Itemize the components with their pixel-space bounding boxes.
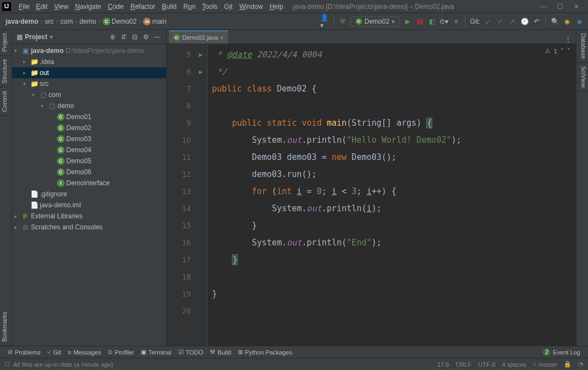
line-gutter[interactable]: 567891011121314151617181920	[167, 44, 194, 346]
tab-python[interactable]: ⊞ Python Packages	[235, 348, 296, 356]
tab-git[interactable]: ⑂ Git	[44, 349, 64, 356]
tab-terminal[interactable]: ▣ Terminal	[137, 348, 175, 356]
method-icon: m	[143, 18, 151, 25]
menu-git[interactable]: Git	[221, 3, 236, 10]
tab-project[interactable]: Project	[0, 30, 12, 56]
menu-code[interactable]: Code	[104, 3, 127, 10]
tab-profiler[interactable]: ⊙ Profiler	[104, 348, 137, 356]
add-config-icon[interactable]: 👤▾	[320, 17, 329, 26]
run-gutter[interactable]: ▶▶	[194, 44, 208, 346]
editor-more-icon[interactable]: ⋮	[564, 35, 573, 44]
search-icon[interactable]: 🔍	[550, 17, 559, 26]
hide-panel-icon[interactable]: —	[154, 33, 162, 41]
breadcrumb[interactable]: java-demo› src› com› demo› CDemo02› mmai…	[4, 18, 320, 25]
settings-icon[interactable]: ⚙	[143, 33, 151, 41]
menu-view[interactable]: View	[51, 3, 72, 10]
git-update-icon[interactable]: ↙	[484, 17, 492, 26]
tab-database[interactable]: Database	[576, 30, 588, 63]
editor-tab[interactable]: C Demo02.java ×	[169, 30, 228, 44]
close-tab-icon[interactable]: ×	[220, 34, 224, 41]
menu-help[interactable]: Help	[266, 3, 287, 10]
memory-indicator[interactable]: ◔	[578, 361, 584, 368]
run-button[interactable]: ▶	[403, 17, 412, 26]
menu-edit[interactable]: Edit	[33, 3, 51, 10]
menu-refactor[interactable]: Refactor	[127, 3, 158, 10]
menu-file[interactable]: File	[15, 3, 33, 10]
coverage-button[interactable]: ◧	[427, 17, 436, 26]
menu-run[interactable]: Run	[180, 3, 199, 10]
ide-settings-icon[interactable]: ◉	[563, 17, 571, 26]
class-icon: C	[173, 34, 180, 41]
class-icon: C	[103, 18, 110, 25]
minimize-button[interactable]: —	[541, 3, 548, 10]
caret-position[interactable]: 17:6	[437, 361, 449, 368]
tab-problems[interactable]: ⊘ Problems	[4, 348, 44, 356]
menu-build[interactable]: Build	[158, 3, 180, 10]
hammer-icon[interactable]: ⚒	[338, 17, 347, 26]
menu-navigate[interactable]: Navigate	[72, 3, 104, 10]
indent[interactable]: 4 spaces	[502, 361, 526, 368]
tab-structure[interactable]: Structure	[0, 56, 12, 88]
next-problem-icon[interactable]: ˅	[567, 47, 570, 55]
tab-bookmarks[interactable]: Bookmarks	[0, 308, 12, 346]
line-ending[interactable]: CRLF	[455, 361, 472, 368]
maximize-button[interactable]: ☐	[557, 3, 565, 10]
git-rollback-icon[interactable]: ↶	[532, 17, 541, 26]
git-branch[interactable]: ⑂ master	[533, 361, 557, 368]
code-editor[interactable]: * @date 2022/4/4 0004 */ public class De…	[208, 44, 576, 346]
run-config-selector[interactable]: C Demo02 ▾	[351, 17, 400, 26]
warning-icon[interactable]: ⚠	[545, 47, 550, 55]
project-panel-title[interactable]: ▦Project▾	[17, 33, 110, 41]
tab-commit[interactable]: Commit	[0, 88, 12, 116]
lock-icon[interactable]: 🔒	[564, 361, 571, 368]
project-tree[interactable]: ▾▣java-demoD:\IdeaProjects\java-demo ▸📁.…	[12, 44, 166, 346]
warning-count: 1	[554, 48, 557, 55]
menu-window[interactable]: Window	[236, 3, 266, 10]
close-button[interactable]: ✕	[574, 3, 581, 10]
app-icon: IJ	[2, 2, 11, 11]
git-commit-icon[interactable]: ✓	[496, 17, 505, 26]
expand-all-icon[interactable]: ⇵	[121, 33, 129, 41]
encoding[interactable]: UTF-8	[478, 361, 495, 368]
plugin-icon[interactable]: ◆	[575, 17, 584, 26]
debug-button[interactable]: 🐞	[415, 17, 424, 26]
tab-messages[interactable]: ≡ Messages	[65, 349, 105, 356]
run-main-icon[interactable]: ▶	[194, 63, 207, 81]
git-push-icon[interactable]: ↗	[508, 17, 517, 26]
tab-sciview[interactable]: SciView	[576, 63, 588, 92]
menu-tools[interactable]: Tools	[199, 3, 221, 10]
tab-event-log[interactable]: 2 Event Log	[539, 348, 584, 356]
status-message: All files are up-to-date (a minute ago)	[10, 361, 113, 368]
git-history-icon[interactable]: 🕘	[520, 17, 529, 26]
prev-problem-icon[interactable]: ˄	[560, 47, 564, 55]
tab-todo[interactable]: ☑ TODO	[175, 348, 207, 356]
status-icon[interactable]: ☐	[4, 361, 10, 368]
tab-build[interactable]: ⚒ Build	[206, 348, 234, 356]
collapse-all-icon[interactable]: ⊟	[132, 33, 140, 41]
run-class-icon[interactable]: ▶	[194, 46, 207, 63]
stop-button[interactable]: ■	[452, 17, 460, 26]
profile-button[interactable]: ⊙▾	[439, 17, 448, 26]
git-label: Git:	[470, 18, 480, 25]
select-opened-icon[interactable]: ⊕	[110, 33, 118, 41]
window-title: java-demo [D:\IdeaProjects\java-demo] – …	[287, 3, 541, 10]
